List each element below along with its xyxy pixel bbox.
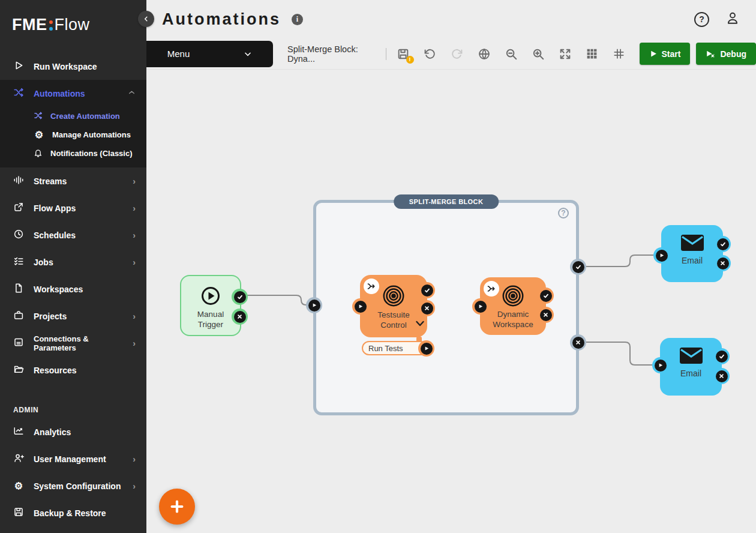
sidebar-item-manage-automations[interactable]: ⚙ Manage Automations (0, 125, 146, 144)
zoom-out-icon[interactable] (504, 47, 518, 61)
block-help-icon[interactable]: ? (558, 208, 569, 218)
block-success-exit-port[interactable] (570, 259, 586, 275)
automation-target-icon (500, 283, 526, 309)
add-node-fab-button[interactable] (159, 489, 195, 525)
sidebar-item-label: Connections & Parameters (34, 334, 133, 352)
bell-icon (34, 148, 43, 159)
x-port-icon (540, 309, 552, 321)
email1-success-port[interactable] (715, 236, 731, 252)
automations-group: Automations Create Automation ⚙ Manage A… (0, 80, 146, 167)
email1-input-port[interactable] (653, 247, 670, 263)
block-failure-exit-port[interactable] (570, 334, 586, 351)
page-header: Automations i ? (146, 0, 756, 38)
save-disk-icon (13, 507, 24, 519)
sidebar-item-resources[interactable]: Resources (0, 357, 146, 384)
checklist-icon (13, 256, 24, 268)
wire (585, 342, 652, 365)
sidebar-collapse-button[interactable] (138, 11, 154, 27)
sidebar-item-label: User Management (34, 454, 133, 464)
fit-to-screen-icon[interactable] (558, 47, 572, 61)
debug-button[interactable]: Debug (696, 43, 756, 65)
email2-failure-port[interactable] (713, 368, 730, 384)
email2-success-port[interactable] (713, 348, 730, 364)
testsuite-failure-port[interactable] (419, 300, 435, 316)
sidebar-item-workspaces[interactable]: Workspaces (0, 276, 146, 303)
run-tests-port[interactable] (418, 340, 434, 357)
info-icon[interactable]: i (292, 14, 303, 25)
email-node-2[interactable]: Email (660, 338, 722, 396)
sidebar-item-automations[interactable]: Automations (0, 80, 146, 107)
manual-trigger-failure-port[interactable] (232, 309, 248, 325)
dynamic-failure-port[interactable] (538, 307, 554, 323)
briefcase-icon (13, 310, 24, 322)
sidebar-item-system-configuration[interactable]: ⚙ System Configuration › (0, 472, 146, 499)
logo-flow-text: Flow (55, 16, 90, 34)
split-merge-block-label: SPLIT-MERGE BLOCK (394, 194, 499, 209)
email2-input-port[interactable] (652, 357, 668, 373)
logo-dot-orange (49, 20, 53, 24)
dynamic-success-port[interactable] (538, 288, 554, 304)
sidebar-item-label: Projects (34, 312, 133, 321)
folder-icon (13, 364, 24, 376)
sidebar-item-connections-parameters[interactable]: Connections & Parameters › (0, 330, 146, 357)
zoom-in-icon[interactable] (531, 47, 545, 61)
audio-wave-icon (13, 175, 24, 187)
dynamic-workspace-node[interactable]: Dynamic Workspace (480, 277, 546, 335)
sidebar-item-backup-restore[interactable]: Backup & Restore (0, 499, 146, 526)
menu-dropdown-button[interactable]: Menu (146, 41, 273, 67)
undo-icon[interactable] (423, 47, 437, 61)
automation-file-name: Split-Merge Block: Dyna... (287, 44, 375, 64)
x-port-icon (572, 337, 584, 349)
automation-canvas[interactable]: SPLIT-MERGE BLOCK ? Manual Trigger (146, 70, 756, 532)
sidebar-item-create-automation[interactable]: Create Automation (0, 107, 146, 125)
snap-to-grid-icon[interactable] (612, 47, 626, 61)
card-icon (13, 337, 24, 349)
sidebar-item-flow-apps[interactable]: Flow Apps › (0, 194, 146, 221)
chevron-right-icon: › (133, 312, 136, 321)
sidebar-item-user-management[interactable]: User Management › (0, 445, 146, 472)
sidebar: FME Flow Run Workspace Automations (0, 0, 146, 533)
block-entry-port[interactable] (306, 297, 322, 313)
testsuite-control-node[interactable]: Testsuite Control (360, 275, 427, 337)
sidebar-item-jobs[interactable]: Jobs › (0, 248, 146, 276)
sidebar-item-label: Notifications (Classic) (50, 149, 133, 158)
node-label: Testsuite Control (370, 310, 418, 331)
node-label: Manual Trigger (190, 310, 232, 330)
sidebar-item-analytics[interactable]: Analytics (0, 418, 146, 445)
manual-trigger-node[interactable]: Manual Trigger (180, 275, 241, 336)
sidebar-item-label: Resources (34, 366, 136, 375)
redo-icon[interactable] (450, 47, 464, 61)
sidebar-item-notifications-classic[interactable]: Notifications (Classic) (0, 144, 146, 163)
globe-icon[interactable] (477, 47, 491, 61)
dynamic-input-port[interactable] (472, 298, 488, 315)
chevron-right-icon: › (133, 454, 136, 464)
check-port-icon (717, 238, 729, 250)
testsuite-success-port[interactable] (419, 282, 435, 298)
sidebar-item-schedules[interactable]: Schedules › (0, 221, 146, 248)
user-account-icon[interactable] (725, 10, 740, 28)
expand-ports-chevron-icon[interactable] (415, 319, 425, 330)
sidebar-item-streams[interactable]: Streams › (0, 167, 146, 194)
run-tests-output[interactable]: Run Tests (362, 341, 428, 355)
plus-icon (169, 498, 185, 515)
grid-view-icon[interactable] (585, 47, 599, 61)
help-icon[interactable]: ? (694, 12, 709, 27)
email-node-1[interactable]: Email (661, 225, 723, 282)
sidebar-item-run-workspace[interactable]: Run Workspace (0, 53, 146, 80)
email1-failure-port[interactable] (715, 255, 731, 271)
sidebar-item-projects[interactable]: Projects › (0, 303, 146, 330)
play-port-icon (655, 360, 667, 372)
menu-label: Menu (167, 49, 190, 59)
sidebar-item-label: Create Automation (50, 112, 120, 121)
debug-button-label: Debug (720, 49, 746, 59)
chevron-up-icon[interactable] (128, 89, 136, 98)
automation-toolbar: Menu Split-Merge Block: Dyna... ! (146, 38, 756, 70)
save-icon[interactable]: ! (396, 47, 410, 61)
play-outline-icon (13, 60, 24, 73)
automation-target-icon (381, 283, 406, 309)
start-button[interactable]: Start (640, 43, 691, 65)
manual-trigger-success-port[interactable] (232, 289, 248, 305)
chevron-right-icon: › (133, 257, 136, 267)
sidebar-nav: Run Workspace Automations Create Automat… (0, 53, 146, 526)
testsuite-input-port[interactable] (352, 298, 368, 315)
